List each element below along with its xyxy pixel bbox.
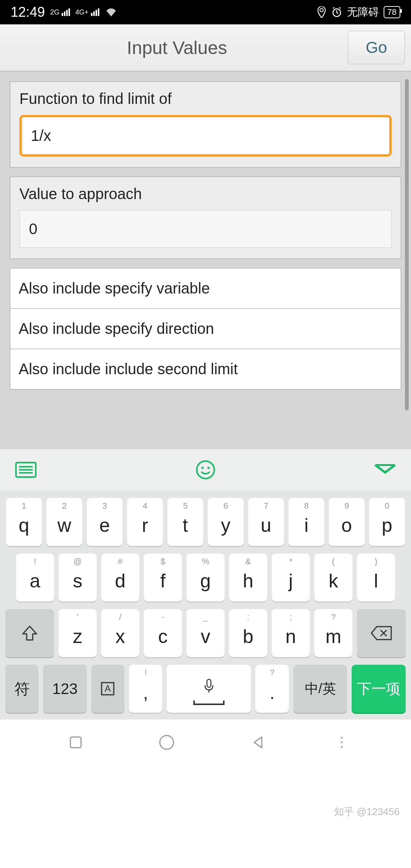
svg-rect-13 [70, 737, 81, 748]
soft-keyboard: 1q2w3e4r5t6y7u8i9o0p !a@s#d$f%g&h*j(k)l … [0, 490, 411, 720]
system-nav-bar [0, 720, 411, 765]
form-content: Function to find limit of 1/x Value to a… [0, 72, 411, 449]
key-a[interactable]: !a [16, 554, 54, 602]
signal-bars-icon [91, 8, 99, 16]
network-4g-label: 4G+ [75, 8, 89, 16]
svg-point-7 [207, 467, 210, 469]
number-key[interactable]: 123 [43, 665, 86, 713]
network-2g-label: 2G [50, 8, 59, 16]
symbol-key[interactable]: 符 [5, 665, 38, 713]
home-button[interactable] [158, 734, 175, 751]
key-u[interactable]: 7u [248, 498, 284, 546]
key-h[interactable]: &h [229, 554, 267, 602]
enter-key[interactable]: 下一项 [352, 665, 406, 713]
case-toggle-key[interactable]: A [91, 665, 124, 713]
battery-indicator: 78 [384, 6, 400, 18]
go-button[interactable]: Go [348, 31, 405, 64]
period-key[interactable]: ? . [255, 665, 288, 713]
svg-point-6 [201, 467, 204, 469]
value-input[interactable]: 0 [19, 210, 392, 248]
more-button[interactable] [341, 737, 343, 748]
key-r[interactable]: 4r [127, 498, 163, 546]
key-x[interactable]: /x [101, 609, 139, 657]
emoji-icon[interactable] [195, 460, 216, 480]
shift-key[interactable] [5, 609, 54, 657]
status-time: 12:49 [11, 4, 45, 20]
key-c[interactable]: -c [144, 609, 182, 657]
function-card: Function to find limit of 1/x [10, 81, 401, 168]
alarm-icon [331, 6, 342, 18]
key-g[interactable]: %g [186, 554, 225, 602]
function-input[interactable]: 1/x [19, 115, 392, 156]
language-toggle-key[interactable]: 中/英 [293, 665, 347, 713]
option-specify-variable[interactable]: Also include specify variable [10, 268, 401, 309]
key-m[interactable]: ?m [314, 609, 352, 657]
key-l[interactable]: )l [357, 554, 395, 602]
backspace-key[interactable] [357, 609, 406, 657]
key-t[interactable]: 5t [167, 498, 203, 546]
key-y[interactable]: 6y [208, 498, 244, 546]
keyboard-toolbar [0, 449, 411, 490]
key-i[interactable]: 8i [288, 498, 324, 546]
option-specify-direction[interactable]: Also include specify direction [10, 309, 401, 349]
svg-rect-3 [19, 469, 33, 471]
app-header: Input Values Go [0, 24, 411, 72]
back-button[interactable] [250, 735, 266, 750]
chevron-down-icon[interactable] [374, 464, 396, 475]
value-card: Value to approach 0 [10, 177, 401, 259]
function-label: Function to find limit of [19, 90, 392, 107]
option-second-limit[interactable]: Also include include second limit [10, 349, 401, 389]
watermark: 知乎 @123456 [334, 805, 400, 819]
page-title: Input Values [6, 37, 348, 58]
wifi-icon [105, 8, 117, 17]
accessibility-label: 无障碍 [347, 5, 379, 19]
svg-text:A: A [105, 683, 111, 694]
key-v[interactable]: _v [186, 609, 225, 657]
key-q[interactable]: 1q [6, 498, 42, 546]
key-z[interactable]: 'z [59, 609, 97, 657]
space-mic-key[interactable] [167, 665, 251, 713]
options-list: Also include specify variable Also inclu… [10, 268, 401, 389]
svg-rect-2 [19, 466, 33, 468]
status-bar: 12:49 2G 4G+ 无障碍 78 [0, 0, 411, 24]
svg-point-5 [197, 461, 214, 479]
svg-rect-8 [376, 464, 394, 466]
key-p[interactable]: 0p [369, 498, 405, 546]
keyboard-layout-icon[interactable] [15, 462, 37, 478]
key-k[interactable]: (k [314, 554, 352, 602]
key-d[interactable]: #d [101, 554, 139, 602]
comma-key[interactable]: ! , [129, 665, 162, 713]
key-j[interactable]: *j [272, 554, 310, 602]
key-n[interactable]: ;n [272, 609, 310, 657]
signal-bars-icon [62, 8, 70, 16]
key-e[interactable]: 3e [87, 498, 123, 546]
key-w[interactable]: 2w [46, 498, 82, 546]
key-o[interactable]: 9o [329, 498, 365, 546]
recent-apps-button[interactable] [68, 735, 83, 750]
svg-point-14 [160, 736, 174, 749]
svg-rect-4 [19, 472, 33, 474]
value-label: Value to approach [19, 185, 392, 203]
location-icon [317, 6, 327, 18]
svg-rect-11 [207, 679, 211, 687]
key-f[interactable]: $f [144, 554, 182, 602]
key-b[interactable]: :b [229, 609, 267, 657]
key-s[interactable]: @s [59, 554, 97, 602]
scrollbar[interactable] [405, 79, 409, 410]
